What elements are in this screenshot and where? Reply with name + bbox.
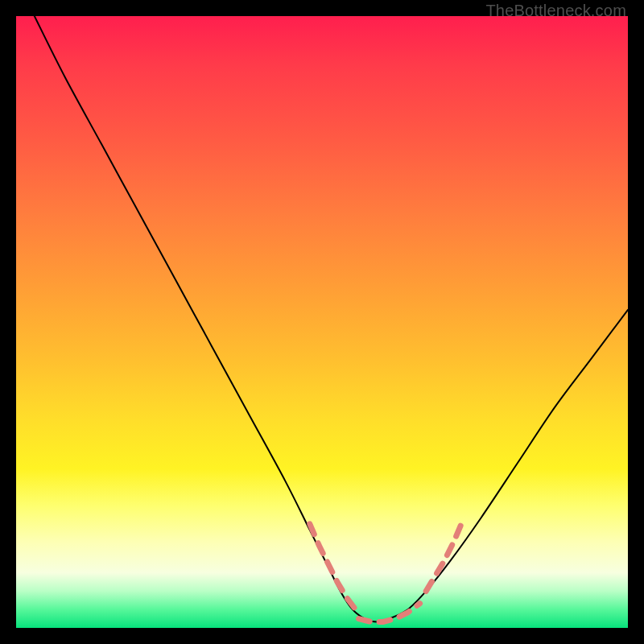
chart-frame <box>16 16 628 628</box>
dotted-left-path <box>310 524 356 609</box>
chart-svg <box>16 16 628 628</box>
dotted-right-path <box>426 521 463 591</box>
curve-path <box>35 16 628 621</box>
